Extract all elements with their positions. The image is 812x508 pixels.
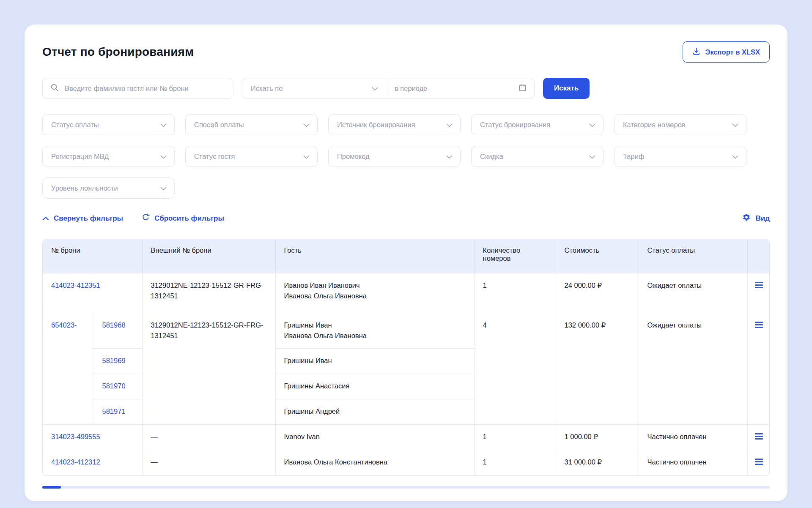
external-no-cell: 3129012NE-12123-15512-GR-FRG-1312451 [142,313,275,424]
cost-cell: 1 000.00 ₽ [556,424,639,450]
guest-name: Гришины Анастасия [284,381,466,392]
guest-cell: Гришины Иван Иванова Ольга Ивановна [275,313,474,348]
filter-label: Источник бронирования [337,121,415,129]
collapse-filters-link[interactable]: Свернуть фильтры [42,214,123,223]
filters-row-2: Регистрация МВД Статус гостя Промокод Ск… [42,146,770,167]
chevron-down-icon [446,121,453,129]
table-header-row: № брони Внешний № брони Гость Количество… [43,239,770,273]
chevron-down-icon [589,153,595,161]
hamburger-menu-icon [755,322,763,329]
chevron-down-icon [303,153,310,161]
rooms-count-cell: 1 [474,273,556,313]
download-icon [692,47,700,57]
search-input-wrapper [42,78,233,99]
payment-status-cell: Частично оплачен [639,424,747,450]
collapse-filters-label: Свернуть фильтры [54,214,123,223]
sub-booking-no-cell: 581971 [93,399,142,424]
filter-payment-status[interactable]: Статус оплаты [42,114,175,135]
table-row: 414023-412351 3129012NE-12123-15512-GR-F… [43,273,770,313]
row-menu-button[interactable] [752,281,765,290]
booking-link[interactable]: 414023-412312 [51,458,100,466]
payment-status-cell: Ожидает оплаты [639,313,747,424]
row-menu-button[interactable] [752,458,765,467]
rooms-count-cell: 1 [474,424,556,450]
guest-name: Гришины Андрей [284,406,466,417]
search-row: Искать по в периоде Искать [42,78,770,99]
chevron-up-icon [42,214,49,223]
gear-icon [742,213,751,224]
cost-cell: 24 000.00 ₽ [556,273,639,313]
filter-tariff[interactable]: Тариф [614,146,746,167]
row-menu-button[interactable] [752,321,765,330]
sub-booking-no-cell: 581970 [93,374,142,399]
row-menu-button[interactable] [752,432,765,442]
period-date-input[interactable]: в периоде [386,78,534,98]
sub-booking-no-cell: 581968 [93,313,142,348]
chevron-down-icon [372,85,378,93]
guest-cell: Гришины Анастасия [275,374,474,399]
filters-row-1: Статус оплаты Способ оплаты Источник бро… [42,114,770,135]
horizontal-scrollbar[interactable] [42,486,770,489]
filter-guest-status[interactable]: Статус гостя [185,146,318,167]
scrollbar-thumb[interactable] [42,486,61,489]
row-actions-cell [747,450,770,475]
sub-booking-link[interactable]: 581969 [102,357,126,364]
filter-loyalty-level[interactable]: Уровень лояльности [42,178,175,199]
booking-no-prefix-cell: 654023- [43,313,93,424]
filter-booking-source[interactable]: Источник бронирования [328,114,461,135]
filter-label: Способ оплаты [194,121,244,129]
guest-name: Ivanov Ivan [284,432,466,442]
booking-link[interactable]: 414023-412351 [51,281,100,289]
card-header: Отчет по бронированиям Экспорт в XLSX [42,41,770,63]
payment-status-cell: Частично оплачен [639,450,747,475]
guest-name: Иванов Иван Иванович [284,280,466,291]
reset-filters-label: Сбросить фильтры [154,214,224,223]
chevron-down-icon [589,121,595,129]
reset-filters-link[interactable]: Сбросить фильтры [142,213,224,224]
sub-booking-link[interactable]: 581968 [102,321,126,329]
filter-label: Категория номеров [623,121,686,129]
payment-status-cell: Ожидает оплаты [639,273,747,313]
table-row: 414023-412312 — Иванова Ольга Константин… [43,450,770,475]
guest-cell: Ivanov Ivan [275,424,474,450]
period-label: в периоде [395,85,427,93]
guest-name: Иванова Ольга Константиновна [284,457,466,468]
filter-room-category[interactable]: Категория номеров [614,114,746,135]
cost-cell: 132 000.00 ₽ [556,313,639,424]
hamburger-menu-icon [755,433,763,441]
search-button[interactable]: Искать [543,78,590,99]
booking-link[interactable]: 314023-499555 [51,433,100,440]
table-row-group: 654023- 581968 3129012NE-12123-15512-GR-… [43,313,770,348]
filter-discount[interactable]: Скидка [471,146,604,167]
header-payment-status: Статус оплаты [639,239,747,273]
rooms-count-cell: 1 [474,450,556,475]
sub-booking-link[interactable]: 581971 [102,407,126,415]
filter-label: Тариф [623,153,644,161]
booking-no-cell: 414023-412312 [43,450,142,475]
filter-label: Статус оплаты [51,121,99,129]
booking-group-link[interactable]: 654023- [51,321,77,329]
filter-mvd-registration[interactable]: Регистрация МВД [42,146,175,167]
search-input[interactable] [64,84,226,93]
export-xlsx-button[interactable]: Экспорт в XLSX [683,41,770,63]
calendar-icon [518,84,527,93]
view-settings-link[interactable]: Вид [742,213,770,224]
header-cost: Стоимость [556,239,639,273]
row-actions-cell [747,273,770,313]
search-by-select[interactable]: Искать по [242,78,386,98]
filter-payment-method[interactable]: Способ оплаты [185,114,318,135]
filter-promocode[interactable]: Промокод [328,146,461,167]
guest-name: Иванова Ольга Ивановна [284,330,466,341]
filter-booking-status[interactable]: Статус бронирования [471,114,604,135]
chevron-down-icon [160,153,167,161]
cost-cell: 31 000.00 ₽ [556,450,639,475]
chevron-down-icon [732,153,738,161]
guest-name: Гришины Иван [284,320,466,331]
guest-cell: Гришины Андрей [275,399,474,424]
filter-label: Промокод [337,153,370,161]
filter-label: Статус бронирования [480,121,550,129]
header-guest: Гость [275,239,474,273]
view-settings-label: Вид [755,214,770,223]
guest-name: Гришины Иван [284,355,466,366]
sub-booking-link[interactable]: 581970 [102,382,126,390]
